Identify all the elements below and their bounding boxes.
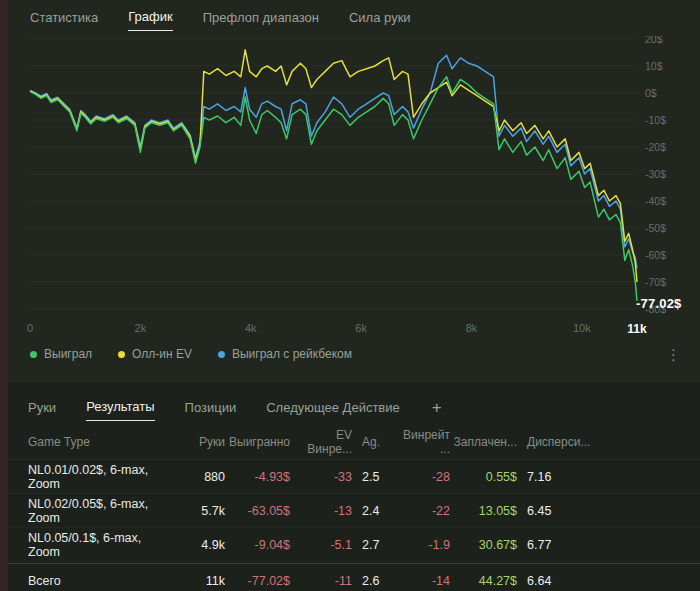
table-header-row: Game Type Руки Выигранно EV Винре... Ag.… bbox=[8, 425, 700, 460]
tab-graph[interactable]: График bbox=[128, 5, 172, 31]
cell-variance: 6.77 bbox=[517, 538, 692, 552]
y-axis-label: -70$ bbox=[645, 276, 666, 288]
x-axis-label: 6k bbox=[355, 322, 367, 334]
cell-ag: 2.5 bbox=[352, 470, 398, 484]
col-header-variance[interactable]: Дисперси... bbox=[517, 435, 692, 449]
legend-label-won: Выиграл bbox=[44, 347, 92, 361]
cell-hands: 5.7k bbox=[169, 504, 225, 518]
x-axis-label: 0 bbox=[27, 322, 33, 334]
cell-won: -4.93$ bbox=[225, 470, 290, 484]
add-tab-button[interactable]: + bbox=[432, 401, 442, 415]
series-line bbox=[30, 77, 637, 301]
tab-next-action[interactable]: Следующее Действие bbox=[266, 396, 400, 421]
col-header-rake-paid[interactable]: Заплачен... bbox=[450, 435, 517, 449]
x-axis-label: 11k bbox=[627, 322, 646, 336]
cell-hands: 11k bbox=[169, 574, 225, 588]
cell-won: -63.05$ bbox=[225, 504, 290, 518]
x-axis-label: 8k bbox=[466, 322, 478, 334]
top-tab-bar: Статистика График Префлоп диапазон Сила … bbox=[8, 0, 700, 36]
cell-variance: 7.16 bbox=[517, 470, 692, 484]
bottom-tab-bar: Руки Результаты Позиции Следующее Действ… bbox=[8, 383, 700, 420]
cell-game-type: NL0.01/0.02$, 6-max, Zoom bbox=[28, 463, 169, 491]
cell-game-type: Всего bbox=[28, 574, 169, 588]
table-total-row[interactable]: Всего 11k -77.02$ -11 2.6 -14 44.27$ 6.6… bbox=[8, 563, 700, 591]
chart-options-kebab-icon[interactable]: ⋮ bbox=[666, 346, 681, 364]
final-value-label: -77.02$ bbox=[636, 296, 682, 311]
legend-label-allin-ev: Олл-ин EV bbox=[132, 347, 192, 361]
y-axis-label: -10$ bbox=[645, 114, 666, 126]
col-header-ag[interactable]: Ag. bbox=[352, 435, 398, 449]
window-edge-strip bbox=[0, 0, 8, 591]
cell-ag: 2.4 bbox=[352, 504, 398, 518]
y-axis-label: -50$ bbox=[645, 222, 666, 234]
allin-ev-series-dot-icon bbox=[118, 351, 125, 358]
cell-winrate: -22 bbox=[398, 504, 450, 518]
won-rakeback-series-dot-icon bbox=[218, 351, 225, 358]
cell-hands: 880 bbox=[169, 470, 225, 484]
cell-winrate: -1.9 bbox=[398, 538, 450, 552]
legend-item-won-rakeback[interactable]: Выиграл с рейкбеком bbox=[218, 347, 352, 361]
cell-won: -9.04$ bbox=[225, 538, 290, 552]
cell-won: -77.02$ bbox=[225, 574, 290, 588]
col-header-game-type[interactable]: Game Type bbox=[28, 435, 169, 449]
results-panel: Руки Результаты Позиции Следующее Действ… bbox=[8, 383, 700, 591]
y-axis-label: -40$ bbox=[645, 195, 666, 207]
tab-positions[interactable]: Позиции bbox=[185, 396, 237, 421]
cell-ev-winrate: -33 bbox=[290, 470, 352, 484]
cell-ev-winrate: -13 bbox=[290, 504, 352, 518]
col-header-winrate[interactable]: Винрейт ... bbox=[398, 428, 450, 456]
cell-rake-paid: 13.05$ bbox=[450, 504, 517, 518]
tab-preflop-range[interactable]: Префлоп диапазон bbox=[203, 6, 319, 31]
cell-ag: 2.7 bbox=[352, 538, 398, 552]
legend-item-allin-ev[interactable]: Олл-ин EV bbox=[118, 347, 192, 361]
cell-rake-paid: 0.55$ bbox=[450, 470, 517, 484]
tab-hands[interactable]: Руки bbox=[28, 396, 56, 421]
cell-winrate: -14 bbox=[398, 574, 450, 588]
cell-variance: 6.45 bbox=[517, 504, 692, 518]
chart-legend: Выиграл Олл-ин EV Выиграл с рейкбеком bbox=[30, 347, 352, 361]
table-row[interactable]: NL0.02/0.05$, 6-max, Zoom 5.7k -63.05$ -… bbox=[8, 494, 700, 528]
cell-ev-winrate: -11 bbox=[290, 574, 352, 588]
x-axis-label: 4k bbox=[245, 322, 257, 334]
cell-hands: 4.9k bbox=[169, 538, 225, 552]
table-row[interactable]: NL0.05/0.1$, 6-max, Zoom 4.9k -9.04$ -5.… bbox=[8, 528, 700, 562]
y-axis-label: -30$ bbox=[645, 168, 666, 180]
y-axis-label: 0$ bbox=[645, 87, 657, 99]
poker-tracker-window: Статистика График Префлоп диапазон Сила … bbox=[0, 0, 700, 591]
tab-results[interactable]: Результаты bbox=[86, 395, 154, 421]
y-axis-label: 20$ bbox=[645, 36, 663, 45]
x-axis-label: 10k bbox=[573, 322, 591, 334]
series-line bbox=[30, 55, 637, 268]
col-header-won[interactable]: Выигранно bbox=[225, 435, 290, 449]
y-axis-label: -60$ bbox=[645, 249, 666, 261]
chart-canvas: 20$10$0$-10$-20$-30$-40$-50$-60$-70$-80$ bbox=[8, 36, 700, 332]
y-axis-label: -20$ bbox=[645, 141, 666, 153]
legend-item-won[interactable]: Выиграл bbox=[30, 347, 92, 361]
y-axis-label: 10$ bbox=[645, 60, 663, 72]
winnings-chart[interactable]: 20$10$0$-10$-20$-30$-40$-50$-60$-70$-80$ bbox=[8, 36, 700, 332]
won-series-dot-icon bbox=[30, 351, 37, 358]
cell-game-type: NL0.05/0.1$, 6-max, Zoom bbox=[28, 531, 169, 559]
cell-rake-paid: 30.67$ bbox=[450, 538, 517, 552]
cell-game-type: NL0.02/0.05$, 6-max, Zoom bbox=[28, 497, 169, 525]
col-header-ev-winrate[interactable]: EV Винре... bbox=[290, 428, 352, 456]
cell-winrate: -28 bbox=[398, 470, 450, 484]
cell-variance: 6.64 bbox=[517, 574, 692, 588]
cell-ag: 2.6 bbox=[352, 574, 398, 588]
cell-ev-winrate: -5.1 bbox=[290, 538, 352, 552]
series-line bbox=[30, 50, 637, 282]
tab-statistics[interactable]: Статистика bbox=[30, 6, 98, 31]
cell-rake-paid: 44.27$ bbox=[450, 574, 517, 588]
table-row[interactable]: NL0.01/0.02$, 6-max, Zoom 880 -4.93$ -33… bbox=[8, 460, 700, 494]
x-axis-label: 2k bbox=[135, 322, 147, 334]
col-header-hands[interactable]: Руки bbox=[169, 435, 225, 449]
legend-label-won-rakeback: Выиграл с рейкбеком bbox=[232, 347, 352, 361]
tab-hand-strength[interactable]: Сила руки bbox=[349, 6, 411, 31]
